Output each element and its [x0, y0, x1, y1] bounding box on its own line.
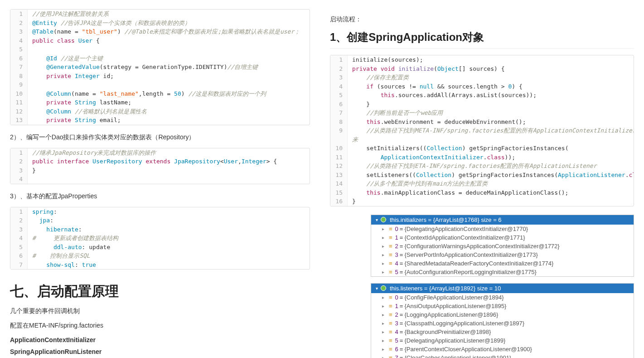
debug-row[interactable]: ▸≡2 = {ConfigurationWarningsApplicationC… [371, 242, 634, 250]
line-number: 8 [330, 118, 348, 127]
array-element-icon: ≡ [389, 303, 392, 309]
debug-value: {ConfigFileApplicationListener@1894} [404, 294, 504, 301]
debug-row[interactable]: ▸≡5 = {AutoConfigurationReportLoggingIni… [371, 268, 634, 276]
line-code: jpa: [28, 216, 310, 225]
debug-row[interactable]: ▸≡1 = {AnsiOutputApplicationListener@189… [371, 302, 634, 310]
debug-row[interactable]: ▸≡6 = {ParentContextCloserApplicationLis… [371, 345, 634, 353]
debug-index: 2 [395, 311, 398, 318]
line-code [28, 175, 310, 184]
code-line: 2 jpa: [10, 216, 310, 225]
code-line: 4# 更新或者创建数据表结构 [10, 234, 310, 243]
line-code: @GeneratedValue(strategy = GenerationTyp… [28, 63, 310, 72]
code-line: 7 @GeneratedValue(strategy = GenerationT… [10, 63, 310, 72]
array-element-icon: ≡ [389, 251, 392, 258]
code-line: 10 @Column(name = "last_name",length = 5… [10, 89, 310, 98]
line-number: 1 [330, 55, 348, 64]
debug-row[interactable]: ▸≡0 = {ConfigFileApplicationListener@189… [371, 293, 634, 302]
line-code: spring: [28, 207, 310, 216]
line-number: 4 [10, 36, 28, 45]
code-line: 2@Entity //告诉JPA这是一个实体类（和数据表映射的类） [10, 19, 310, 28]
code-line: 6 } [330, 100, 634, 109]
line-number: 11 [330, 153, 348, 162]
left-column: 1//使用JPA注解配置映射关系2@Entity //告诉JPA这是一个实体类（… [0, 0, 320, 358]
code-line: 9 [10, 80, 310, 89]
page-container: 1//使用JPA注解配置映射关系2@Entity //告诉JPA这是一个实体类（… [0, 0, 644, 358]
debug-row[interactable]: ▸≡1 = {ContextIdApplicationContextInitia… [371, 233, 634, 242]
line-code: @Column //省略默认列名就是属性名 [28, 107, 310, 116]
debug-row[interactable]: ▸≡0 = {DelegatingApplicationContextIniti… [371, 225, 634, 233]
debug-value: {AnsiOutputApplicationListener@1895} [404, 303, 506, 309]
debug-index: 0 [395, 226, 398, 232]
code-line: 1initialize(sources); [330, 55, 634, 64]
debug-index: 5 [395, 337, 398, 344]
debug-row[interactable]: ▸≡2 = {LoggingApplicationListener@1896} [371, 310, 634, 319]
code-line: 1spring: [10, 207, 310, 216]
line-number: 6 [10, 54, 28, 63]
debug-index: 5 [395, 269, 398, 275]
line-number: 7 [330, 108, 348, 118]
line-number: 5 [10, 243, 28, 252]
debug-index: 1 [395, 303, 398, 309]
code-line: 12 //从类路径下找到ETA-INF/spring.factories配置的所… [330, 162, 634, 171]
line-number: 13 [330, 171, 348, 180]
chevron-right-icon: ▸ [382, 312, 384, 317]
field-icon [381, 217, 386, 222]
line-code: @Column(name = "last_name",length = 50) … [28, 89, 310, 98]
line-code: //保存主配置类 [348, 73, 634, 82]
line-code: ApplicationContextInitializer.class)); [348, 153, 634, 162]
code-line: 6 @Id //这是一个主键 [10, 54, 310, 63]
line-code: private String email; [28, 116, 310, 125]
paragraph-factories: 配置在META-INF/spring.factories [10, 322, 310, 330]
chevron-right-icon: ▸ [382, 252, 384, 257]
line-number: 7 [10, 63, 28, 72]
code-line: 16} [330, 197, 634, 206]
code-line: 11 ApplicationContextInitializer.class))… [330, 153, 634, 162]
line-number: 1 [10, 10, 28, 19]
code-line: 4 if (sources != null && sources.length … [330, 82, 634, 91]
debug-row[interactable]: ▸≡7 = {ClearCachesApplicationListener@19… [371, 353, 634, 358]
chevron-right-icon: ▸ [382, 244, 384, 249]
code-line: 5 ddl-auto: update [10, 243, 310, 252]
line-code: public class User { [28, 36, 310, 45]
paragraph-callback: 几个重要的事件回调机制 [10, 307, 310, 315]
code-line: 7 show-sql: true [10, 260, 310, 270]
line-code: //从类路径下找到ETA-INF/spring.factories配置的所有Ap… [348, 162, 634, 171]
line-number: 5 [330, 91, 348, 100]
code-line: 2private void initialize(Object[] source… [330, 64, 634, 74]
chevron-right-icon: ▸ [382, 235, 384, 240]
debug-row[interactable]: ▸≡4 = {SharedMetadataReaderFactoryContex… [371, 259, 634, 268]
line-code: @Id //这是一个主键 [28, 54, 310, 63]
debug-row[interactable]: ▸≡3 = {ClasspathLoggingApplicationListen… [371, 319, 634, 328]
code-line: 11 private String lastName; [10, 98, 310, 107]
debug-row[interactable]: ▸≡5 = {DelegatingApplicationListener@189… [371, 336, 634, 345]
debug-header[interactable]: ▾this.initializers = {ArrayList@1768} si… [371, 215, 634, 225]
line-number: 9 [10, 80, 28, 89]
code-line: 13 private String email; [10, 116, 310, 125]
debug-value: {DelegatingApplicationListener@1899} [404, 337, 505, 344]
debug-row[interactable]: ▸≡4 = {BackgroundPreinitializer@1898} [371, 328, 634, 336]
array-element-icon: ≡ [389, 294, 392, 301]
array-element-icon: ≡ [389, 354, 392, 358]
debug-header[interactable]: ▾this.listeners = {ArrayList@1892} size … [371, 284, 634, 293]
line-number: 6 [10, 251, 28, 260]
line-code: //使用JPA注解配置映射关系 [28, 10, 310, 19]
array-element-icon: ≡ [389, 311, 392, 318]
chevron-right-icon: ▸ [382, 321, 384, 326]
array-element-icon: ≡ [389, 346, 392, 353]
line-code: private Integer id; [28, 72, 310, 81]
line-number: 8 [10, 72, 28, 81]
array-element-icon: ≡ [389, 260, 392, 267]
debug-row[interactable]: ▸≡3 = {ServerPortInfoApplicationContextI… [371, 250, 634, 259]
heading-startup: 七、启动配置原理 [10, 282, 310, 301]
chevron-down-icon: ▾ [376, 286, 378, 291]
line-code: } [348, 100, 634, 109]
chevron-right-icon: ▸ [382, 304, 384, 309]
debug-index: 6 [395, 346, 398, 353]
debug-value: {ClearCachesApplicationListener@1901} [404, 354, 511, 358]
code-block-repository: 1//继承JpaRepository来完成对数据库的操作2public inte… [10, 148, 310, 184]
line-code: //从类路径下找到META-INF/spring.factories配置的所有A… [348, 126, 634, 135]
chevron-right-icon: ▸ [382, 347, 384, 352]
chevron-right-icon: ▸ [382, 295, 384, 300]
chevron-down-icon: ▾ [376, 217, 378, 222]
line-number: 3 [10, 166, 28, 175]
